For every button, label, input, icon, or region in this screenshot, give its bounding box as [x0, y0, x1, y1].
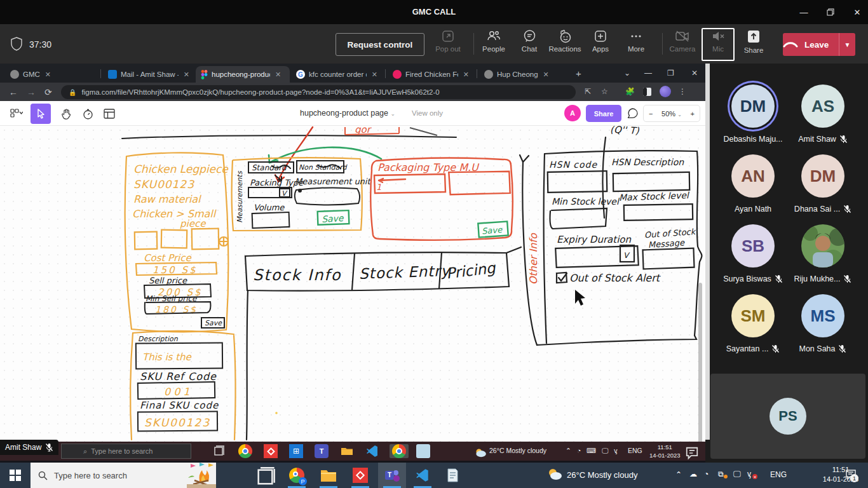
shared-weather-text[interactable]: 26°C Mostly cloudy	[489, 447, 546, 454]
tab-close-icon[interactable]: ✕	[543, 71, 549, 79]
participant-name: Amit Shaw	[798, 135, 836, 144]
participant-tile[interactable]: SB Surya Biswas	[715, 224, 791, 283]
tray-chevron-icon[interactable]: ⌃	[566, 447, 571, 454]
updates-tray-icon[interactable]: ⧉	[718, 470, 724, 478]
hand-tool[interactable]	[56, 104, 76, 124]
browser-restore-button[interactable]: ❐	[667, 69, 674, 78]
browser-menu-icon[interactable]: ⋮	[679, 87, 686, 96]
tab-close-icon[interactable]: ✕	[275, 71, 281, 79]
leave-options-chevron[interactable]: ▼	[839, 33, 855, 56]
teams-tray-icon[interactable]: ◔	[704, 470, 709, 478]
tab-gmc[interactable]: GMC✕	[5, 66, 98, 83]
request-control-button[interactable]: Request control	[336, 33, 424, 56]
shared-clock[interactable]: 11:5114-01-2023	[649, 443, 681, 459]
participant-tile[interactable]: SM Sayantan ...	[715, 294, 791, 353]
reading-list-icon[interactable]	[643, 88, 651, 96]
participant-tile[interactable]: MS Mon Saha	[785, 294, 861, 353]
tab-close-icon[interactable]: ✕	[45, 71, 51, 79]
share-page-icon[interactable]: ⇱	[585, 87, 591, 96]
figma-main-menu[interactable]	[6, 104, 27, 124]
store-icon[interactable]: ⊞	[289, 444, 303, 458]
timer-tool[interactable]	[78, 104, 98, 124]
participant-tile[interactable]: AN Ayan Nath	[715, 154, 791, 214]
start-button[interactable]	[0, 463, 31, 488]
zoom-out-button[interactable]: −	[649, 110, 653, 118]
leave-button[interactable]: Leave ▼	[783, 33, 855, 56]
onedrive-icon[interactable]: ☁	[689, 470, 697, 478]
forward-icon[interactable]: →	[27, 87, 36, 97]
teams-icon[interactable]: T	[378, 463, 406, 488]
shared-language-label[interactable]: ENG	[628, 447, 642, 454]
tab-hup-cheong[interactable]: Hup Cheong✕	[479, 66, 568, 83]
participant-tile[interactable]: Riju Mukhe...	[785, 224, 861, 283]
chrome-active-icon[interactable]	[390, 444, 409, 458]
tab-mail[interactable]: Mail - Amit Shaw - Ou✕	[103, 66, 194, 83]
new-tab-button[interactable]: +	[576, 68, 581, 79]
back-icon[interactable]: ←	[9, 87, 18, 97]
notepad-icon[interactable]	[438, 463, 466, 488]
network-display-icon[interactable]: 🖵	[733, 470, 741, 478]
extensions-icon[interactable]: 🧩	[625, 87, 635, 96]
more-button[interactable]: More	[618, 29, 654, 60]
self-video-tile[interactable]: PS	[710, 374, 865, 459]
teams-icon[interactable]: T	[315, 444, 329, 458]
layout-tool[interactable]	[99, 104, 119, 124]
tab-kfc[interactable]: G kfc counter order deli✕	[291, 66, 383, 83]
browser-minimize-button[interactable]: —	[644, 69, 652, 78]
profile-avatar[interactable]	[660, 86, 671, 97]
chrome-icon[interactable]: P	[283, 463, 311, 488]
browser-close-button[interactable]: ✕	[691, 69, 698, 78]
tab-fired-chicken[interactable]: Fired Chicken Food O✕	[388, 66, 474, 83]
volume-muted-icon[interactable]: ᶌ✕	[747, 470, 751, 478]
task-view-icon[interactable]	[213, 444, 227, 458]
comment-icon[interactable]	[627, 108, 638, 119]
zoom-in-button[interactable]: +	[691, 110, 695, 118]
tab-close-icon[interactable]: ✕	[184, 71, 189, 79]
weather-text[interactable]: 26°C Mostly cloudy	[567, 470, 637, 480]
canvas-scrollbar[interactable]	[698, 283, 702, 467]
vscode-icon[interactable]	[365, 444, 379, 458]
reactions-button[interactable]: Reactions	[547, 29, 583, 60]
tab-close-icon[interactable]: ✕	[463, 71, 469, 79]
language-label[interactable]: ENG	[770, 470, 787, 479]
participant-tile[interactable]: DM Dhana Sai ...	[785, 154, 861, 214]
chrome-icon[interactable]	[238, 444, 252, 458]
shared-search-box[interactable]: ⌕ Type here to search	[61, 444, 191, 459]
red-app-icon[interactable]	[264, 444, 278, 458]
notification-center-icon[interactable]: 1	[845, 469, 857, 482]
restore-button[interactable]	[817, 0, 844, 24]
tray-chevron-icon[interactable]: ⌃	[675, 470, 682, 479]
shared-notification-icon[interactable]	[685, 446, 699, 460]
weather-icon[interactable]	[546, 468, 563, 482]
participant-tile[interactable]: DM Debashis Maju...	[715, 85, 791, 144]
mic-button[interactable]: Mic	[700, 29, 736, 60]
participant-tile[interactable]: AS Amit Shaw	[785, 85, 861, 144]
figma-canvas[interactable]: gor Chicken L	[0, 126, 705, 442]
file-explorer-icon[interactable]	[340, 444, 354, 458]
people-button[interactable]: People	[476, 29, 512, 60]
minimize-button[interactable]: —	[790, 0, 818, 24]
paint3d-icon[interactable]	[416, 444, 430, 458]
address-bar[interactable]: 🔒 figma.com/file/VRhttohrjKMmmQpxc0zjkQ/…	[61, 85, 576, 99]
reload-icon[interactable]: ⟳	[44, 87, 52, 97]
taskbar-search-box[interactable]: Type here to search	[31, 463, 216, 488]
tab-close-icon[interactable]: ✕	[372, 71, 377, 79]
tab-figma-active[interactable]: hupcheong-product p✕	[196, 66, 290, 83]
zoom-level[interactable]: 50% ⌄	[661, 110, 682, 118]
vscode-icon[interactable]	[409, 463, 437, 488]
collaborator-avatar[interactable]: A	[564, 105, 581, 121]
red-app-icon[interactable]	[346, 463, 374, 488]
figma-doc-title[interactable]: hupcheong-product page ⌄	[300, 109, 395, 118]
task-view-icon[interactable]	[253, 463, 281, 488]
tab-search-chevron[interactable]: ⌄	[624, 69, 630, 78]
shared-tray-icons[interactable]: ◔ ⌨ 🖵 ᶌ	[577, 447, 620, 455]
file-explorer-icon[interactable]	[315, 463, 342, 488]
share-button[interactable]: Share	[736, 29, 771, 60]
bookmark-star-icon[interactable]: ☆	[601, 87, 608, 96]
figma-share-button[interactable]: Share	[586, 105, 621, 122]
apps-button[interactable]: Apps	[583, 29, 618, 60]
close-button[interactable]: ✕	[843, 0, 868, 24]
move-tool[interactable]	[31, 104, 51, 124]
mic-off-icon	[843, 205, 851, 214]
chat-button[interactable]: Chat	[512, 29, 547, 60]
